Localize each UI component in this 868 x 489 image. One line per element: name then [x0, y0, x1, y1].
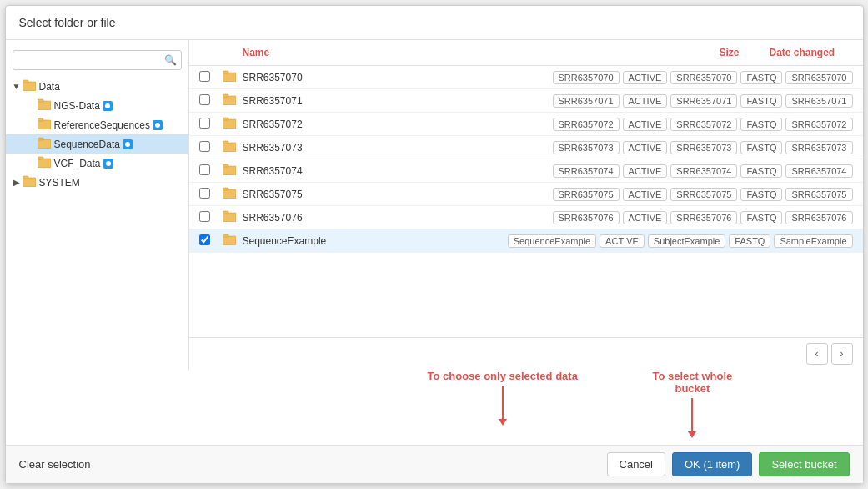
tag-row7-4: SRR6357076 [785, 211, 852, 224]
checkbox-row8[interactable] [199, 234, 210, 245]
tag-row7-0: SRR6357076 [553, 211, 620, 224]
annotation-1-arrow [428, 386, 578, 426]
tree-node-ref-seq[interactable]: ReferenceSequences [6, 115, 188, 134]
folder-icon-ngs-data [38, 98, 51, 113]
tag-row1-2: SRR6357070 [670, 71, 737, 84]
row-name-row8: SequenceExample [243, 235, 508, 247]
row-folder-icon-row8 [223, 234, 243, 248]
tag-row3-3: FASTQ [740, 118, 782, 131]
checkbox-row5[interactable] [199, 164, 210, 175]
arrow-line-1 [502, 386, 504, 419]
select-bucket-button[interactable]: Select bucket [759, 452, 849, 476]
prev-page-button[interactable]: ‹ [806, 343, 828, 365]
checkbox-row7[interactable] [199, 211, 210, 222]
row-checkbox-row2[interactable] [199, 94, 223, 108]
tag-row5-1: ACTIVE [623, 164, 668, 178]
ok-button[interactable]: OK (1 item) [672, 452, 752, 476]
tree-label-ngs-data: NGS-Data [54, 100, 100, 112]
tag-row3-0: SRR6357072 [553, 118, 620, 131]
badge-icon-seq-data [123, 139, 133, 149]
dialog-title-text: Select folder or file [19, 16, 116, 29]
row-checkbox-row3[interactable] [199, 118, 223, 131]
tree-label-ref-seq: ReferenceSequences [54, 119, 150, 131]
row-name-row6: SRR6357075 [243, 189, 553, 200]
svg-rect-23 [223, 141, 228, 144]
svg-rect-20 [223, 119, 236, 129]
row-name-row4: SRR6357073 [243, 142, 553, 154]
tag-row8-2: SubjectExample [648, 234, 726, 248]
svg-rect-0 [23, 82, 36, 91]
tag-row4-0: SRR6357073 [553, 141, 620, 154]
checkbox-row1[interactable] [199, 71, 210, 82]
tag-row6-2: SRR6357075 [670, 188, 737, 201]
cancel-button[interactable]: Cancel [607, 452, 665, 476]
row-tags-row7: SRR6357076ACTIVESRR6357076FASTQSRR635707… [553, 211, 853, 224]
svg-rect-22 [223, 143, 236, 152]
tag-row1-3: FASTQ [740, 71, 782, 84]
tag-row8-1: ACTIVE [600, 234, 645, 248]
svg-rect-12 [38, 157, 43, 159]
tag-row8-0: SequenceExample [508, 234, 596, 248]
svg-rect-11 [38, 159, 51, 168]
badge-icon-vcf-data [103, 159, 113, 169]
svg-rect-14 [23, 178, 36, 187]
tag-row7-3: FASTQ [740, 211, 782, 224]
row-checkbox-row4[interactable] [199, 141, 223, 154]
svg-point-4 [105, 103, 110, 108]
tree-node-seq-data[interactable]: SequenceData [6, 134, 188, 154]
svg-rect-17 [223, 71, 228, 73]
row-folder-icon-row5 [223, 164, 243, 178]
svg-rect-28 [223, 213, 236, 222]
svg-rect-26 [223, 189, 236, 199]
row-folder-icon-row2 [223, 93, 243, 108]
tag-row2-0: SRR6357071 [553, 94, 620, 108]
svg-rect-30 [223, 236, 236, 245]
folder-icon-data [23, 79, 36, 93]
checkbox-row2[interactable] [199, 94, 210, 105]
checkbox-row3[interactable] [199, 118, 210, 129]
tree-node-data[interactable]: ▼ Data [6, 77, 188, 96]
tag-row6-4: SRR6357075 [785, 188, 852, 201]
row-name-row2: SRR6357071 [243, 95, 553, 107]
row-checkbox-row6[interactable] [199, 188, 223, 201]
next-page-button[interactable]: › [831, 343, 853, 365]
table-row: SequenceExampleSequenceExampleACTIVESubj… [189, 229, 863, 253]
row-checkbox-row8[interactable] [199, 234, 223, 248]
row-checkbox-row5[interactable] [199, 164, 223, 178]
header-name: Name [243, 47, 720, 58]
checkbox-row4[interactable] [199, 141, 210, 152]
badge-icon-ref-seq [153, 120, 163, 130]
tag-row1-0: SRR6357070 [553, 71, 620, 84]
annotation-1: To choose only selected data [428, 370, 578, 426]
tree-node-ngs-data[interactable]: NGS-Data [6, 96, 188, 115]
svg-rect-9 [38, 138, 43, 140]
row-checkbox-row7[interactable] [199, 211, 223, 224]
checkbox-row6[interactable] [199, 188, 210, 199]
svg-rect-21 [223, 118, 228, 120]
svg-rect-6 [38, 118, 43, 121]
row-folder-icon-row6 [223, 187, 243, 201]
tree: ▼ Data NGS-Data ReferenceSequences Seque… [6, 77, 188, 192]
dialog: Select folder or file 🔍 ▼ Data NGS-Data … [5, 5, 864, 484]
svg-rect-3 [38, 99, 43, 102]
svg-rect-5 [38, 120, 51, 129]
tag-row7-1: ACTIVE [623, 211, 668, 224]
table-header: Name Size Date changed [189, 40, 863, 66]
row-checkbox-row1[interactable] [199, 71, 223, 84]
tree-node-system[interactable]: ▶ SYSTEM [6, 173, 188, 192]
table-row: SRR6357073SRR6357073ACTIVESRR6357073FAST… [189, 136, 863, 159]
svg-point-13 [106, 161, 111, 166]
svg-rect-29 [223, 211, 228, 214]
table-row: SRR6357072SRR6357072ACTIVESRR6357072FAST… [189, 113, 863, 136]
annotation-area: To choose only selected data To select w… [19, 370, 850, 445]
tag-row5-2: SRR6357074 [670, 164, 737, 178]
tag-row5-4: SRR6357074 [785, 164, 852, 178]
folder-icon-vcf-data [38, 156, 51, 170]
tag-row4-1: ACTIVE [623, 141, 668, 154]
search-input[interactable] [13, 50, 182, 70]
row-tags-row5: SRR6357074ACTIVESRR6357074FASTQSRR635707… [553, 164, 853, 178]
tree-node-vcf-data[interactable]: VCF_Data [6, 154, 188, 173]
clear-selection-button[interactable]: Clear selection [19, 458, 91, 471]
row-tags-row8: SequenceExampleACTIVESubjectExampleFASTQ… [508, 234, 853, 248]
row-folder-icon-row1 [223, 70, 243, 84]
